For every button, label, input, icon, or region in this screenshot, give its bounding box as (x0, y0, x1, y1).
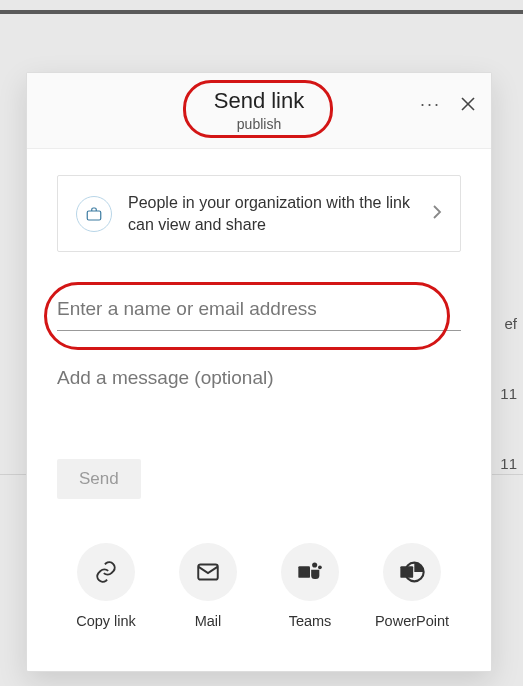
share-mail[interactable]: Mail (159, 543, 257, 629)
svg-text:P: P (404, 568, 410, 578)
window-top-border (0, 10, 523, 14)
send-button[interactable]: Send (57, 459, 141, 499)
link-icon (77, 543, 135, 601)
svg-point-6 (312, 563, 317, 568)
share-label: Teams (289, 613, 332, 629)
dialog-body: People in your organization with the lin… (27, 149, 491, 649)
send-link-dialog: Send link publish ··· People in your org… (26, 72, 492, 672)
bg-row-value: 11 (500, 385, 523, 402)
teams-icon: T (281, 543, 339, 601)
share-label: Mail (195, 613, 222, 629)
share-powerpoint[interactable]: P PowerPoint (363, 543, 461, 629)
recipient-input[interactable] (57, 292, 461, 331)
more-options-button[interactable]: ··· (420, 95, 441, 113)
svg-text:T: T (301, 568, 308, 578)
share-label: Copy link (76, 613, 136, 629)
dialog-title: Send link (214, 89, 305, 113)
bg-row-value: 11 (500, 455, 523, 472)
dialog-header: Send link publish ··· (27, 73, 491, 149)
chevron-right-icon (432, 204, 442, 224)
link-permissions-button[interactable]: People in your organization with the lin… (57, 175, 461, 252)
close-icon (460, 96, 476, 112)
share-targets-row: Copy link Mail T Teams P PowerPoint (57, 543, 461, 629)
svg-rect-2 (87, 211, 101, 220)
message-input[interactable] (57, 365, 461, 391)
mail-icon (179, 543, 237, 601)
svg-point-7 (318, 566, 322, 570)
powerpoint-icon: P (383, 543, 441, 601)
share-label: PowerPoint (375, 613, 449, 629)
share-copy-link[interactable]: Copy link (57, 543, 155, 629)
dialog-subtitle: publish (237, 116, 281, 132)
bg-truncated-header: ef (504, 315, 523, 332)
close-button[interactable] (459, 95, 477, 113)
briefcase-icon (76, 196, 112, 232)
share-teams[interactable]: T Teams (261, 543, 359, 629)
link-permissions-text: People in your organization with the lin… (128, 192, 416, 235)
